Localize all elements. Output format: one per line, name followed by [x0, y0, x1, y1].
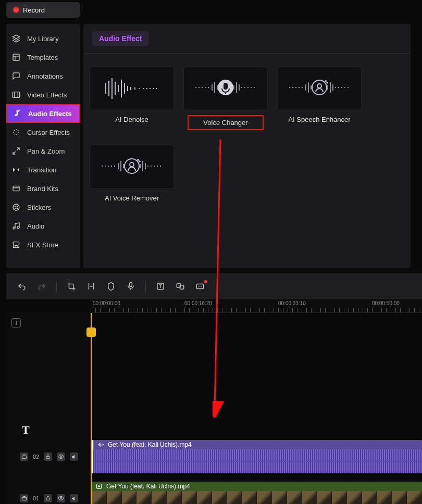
panel-header: Audio Effect: [83, 24, 411, 54]
svg-point-14: [13, 204, 19, 210]
redo-button[interactable]: [36, 281, 47, 292]
timeline-ruler[interactable]: 00:00:00:00 00:00:16:20 00:00:33:10 00:0…: [91, 299, 422, 313]
svg-point-52: [327, 82, 328, 83]
playhead-handle[interactable]: [86, 327, 96, 337]
clip-title-text: Get You (feat. Kali Uchis).mp4: [106, 483, 190, 490]
svg-marker-87: [98, 485, 100, 487]
text-track-icon[interactable]: T: [22, 423, 30, 437]
sidebar-item-audio-effects[interactable]: Audio Effects: [6, 104, 80, 123]
voice-changer-icon: [189, 73, 262, 104]
voice-remover-icon: [95, 152, 168, 183]
svg-marker-76: [72, 455, 75, 458]
record-label: Record: [23, 6, 45, 14]
sidebar-item-annotations[interactable]: Annotations: [6, 67, 80, 85]
sidebar: My Library Templates Annotations Video E…: [6, 24, 80, 268]
sidebar-item-label: Annotations: [27, 72, 63, 80]
effect-thumb: [277, 66, 362, 110]
record-dot-icon: [14, 7, 19, 12]
pan-zoom-icon: [11, 147, 21, 155]
cursor-effects-icon: [11, 128, 21, 136]
marker-button[interactable]: [106, 281, 116, 292]
svg-rect-73: [22, 456, 26, 459]
tracks-area[interactable]: + T 02 Get You (feat. Kali Uchis).mp4: [6, 313, 422, 504]
split-button[interactable]: [86, 281, 96, 292]
effect-card-ai-denoise[interactable]: AI Denoise: [88, 66, 176, 130]
sidebar-item-pan-zoom[interactable]: Pan & Zoom: [6, 142, 80, 160]
effects-panel: Audio Effect AI Denoise: [83, 24, 411, 268]
svg-rect-82: [22, 497, 26, 500]
svg-point-75: [60, 456, 62, 458]
svg-marker-0: [13, 35, 19, 39]
record-button[interactable]: Record: [6, 2, 80, 18]
effect-label: AI Voice Remover: [105, 194, 159, 202]
svg-point-50: [317, 84, 321, 88]
svg-marker-85: [72, 496, 75, 500]
group-button[interactable]: [175, 281, 185, 292]
video-clip-icon: [96, 483, 102, 489]
track-visibility-button[interactable]: [57, 452, 65, 461]
track-lock-button[interactable]: [44, 452, 52, 461]
track-type-icon: [20, 494, 28, 502]
effect-card-ai-voice-remover[interactable]: AI Voice Remover: [88, 145, 176, 202]
svg-rect-72: [196, 284, 204, 289]
track-visibility-button[interactable]: [57, 494, 65, 502]
sidebar-item-sfx-store[interactable]: SFX Store: [6, 235, 80, 254]
sidebar-item-brand-kits[interactable]: Brand Kits: [6, 179, 80, 198]
waveform-icon: [95, 75, 168, 102]
ruler-marks: [91, 308, 422, 312]
track-mute-button[interactable]: [70, 494, 78, 502]
svg-point-18: [17, 226, 19, 229]
sidebar-item-cursor-effects[interactable]: Cursor Effects: [6, 123, 80, 142]
speech-enhancer-icon: [283, 73, 356, 104]
track-mute-button[interactable]: [70, 452, 78, 461]
sidebar-item-label: SFX Store: [27, 241, 58, 249]
sidebar-item-audio[interactable]: Audio: [6, 217, 80, 235]
undo-button[interactable]: [17, 281, 27, 292]
effect-card-ai-speech-enhancer[interactable]: AI Speech Enhancer: [275, 66, 364, 130]
video-clip[interactable]: Get You (feat. Kali Uchis).mp4: [92, 482, 422, 504]
caption-button[interactable]: [195, 281, 205, 292]
sidebar-item-label: Video Effects: [27, 91, 67, 99]
audio-clip[interactable]: Get You (feat. Kali Uchis).mp4: [92, 440, 422, 473]
effect-card-voice-changer[interactable]: Voice Changer: [181, 66, 270, 130]
sidebar-item-transition[interactable]: Transition: [6, 160, 80, 179]
effects-grid: AI Denoise Voice C: [83, 54, 411, 215]
crop-button[interactable]: [66, 281, 77, 292]
track-controls: 02: [6, 438, 91, 475]
text-button[interactable]: [155, 281, 166, 292]
effect-label: AI Speech Enhancer: [288, 116, 350, 123]
sidebar-item-label: Cursor Effects: [27, 129, 70, 136]
sidebar-item-label: Audio Effects: [28, 110, 72, 118]
effect-label: AI Denoise: [115, 116, 148, 123]
video-thumbnails: [92, 491, 422, 504]
add-track-button[interactable]: +: [11, 318, 21, 327]
track-number: 02: [33, 453, 39, 460]
voiceover-button[interactable]: [126, 281, 136, 292]
sidebar-item-label: Brand Kits: [27, 185, 58, 193]
panel-title-pill[interactable]: Audio Effect: [92, 31, 149, 46]
sidebar-item-label: Templates: [27, 54, 58, 61]
transition-icon: [11, 166, 21, 174]
svg-point-84: [60, 498, 62, 499]
sidebar-item-label: My Library: [27, 35, 59, 43]
sidebar-item-stickers[interactable]: Stickers: [6, 198, 80, 217]
sidebar-item-templates[interactable]: Templates: [6, 48, 80, 67]
svg-point-16: [17, 206, 17, 207]
svg-rect-4: [13, 92, 19, 98]
track-controls: 01: [6, 480, 91, 504]
music-icon: [11, 222, 21, 230]
ruler-tick: 00:00:33:10: [278, 300, 306, 306]
svg-marker-10: [13, 168, 15, 172]
store-icon: [11, 241, 21, 249]
svg-rect-74: [46, 457, 49, 459]
track-lock-button[interactable]: [44, 494, 52, 502]
ruler-tick: 00:00:50:00: [372, 300, 400, 306]
divider: [56, 281, 57, 292]
svg-point-17: [13, 227, 15, 229]
effect-thumb: [90, 145, 174, 189]
sidebar-item-video-effects[interactable]: Video Effects: [6, 85, 80, 104]
svg-point-51: [325, 81, 326, 82]
track-type-icon: [20, 452, 28, 461]
audio-clip-icon: [97, 442, 105, 447]
sidebar-item-my-library[interactable]: My Library: [6, 29, 80, 48]
